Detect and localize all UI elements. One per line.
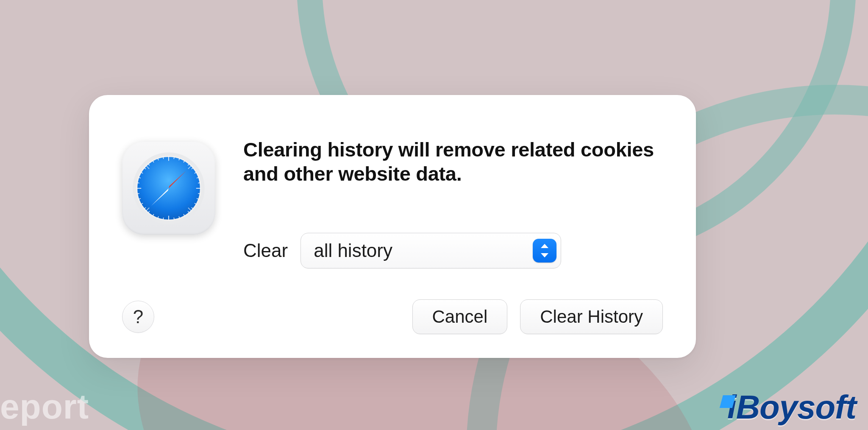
clear-label: Clear: [243, 240, 288, 261]
clear-range-value: all history: [314, 240, 533, 261]
clear-history-button[interactable]: Clear History: [520, 299, 663, 334]
clear-history-dialog: Clearing history will remove related coo…: [89, 95, 696, 358]
cancel-button[interactable]: Cancel: [412, 299, 508, 334]
svg-line-10: [174, 157, 174, 159]
safari-icon: [122, 142, 215, 235]
dialog-title: Clearing history will remove related coo…: [243, 137, 663, 186]
select-arrows-icon: [533, 239, 556, 262]
svg-line-33: [137, 193, 139, 194]
help-button[interactable]: ?: [122, 301, 154, 333]
svg-line-41: [163, 157, 164, 159]
watermark-left: eport: [0, 387, 89, 427]
svg-line-34: [137, 183, 139, 183]
svg-line-25: [174, 218, 174, 220]
desktop-background: Clearing history will remove related coo…: [0, 0, 868, 430]
svg-line-18: [198, 193, 200, 194]
svg-line-26: [163, 218, 164, 220]
clear-range-select[interactable]: all history: [300, 233, 561, 268]
watermark-brand: iBoysoft: [715, 388, 856, 427]
svg-line-17: [198, 183, 200, 183]
